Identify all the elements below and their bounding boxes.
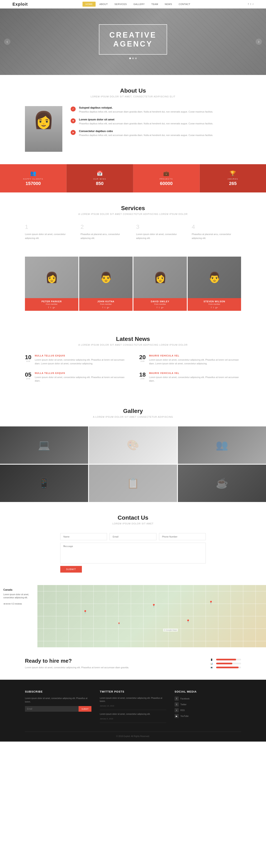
hire-left: Ready to hire me? Lorem ipsum dolor sit …: [25, 658, 129, 670]
about-item-title-3: Consectetur dapibus cobs: [79, 129, 213, 133]
footer-email-input[interactable]: [25, 706, 79, 712]
submit-button[interactable]: SUBMIT: [60, 566, 82, 572]
footer-grid: Subscribe Lorem ipsum dolor sit amet, co…: [25, 690, 241, 725]
footer-subscribe-col: Subscribe Lorem ipsum dolor sit amet, co…: [25, 690, 91, 725]
service-item-1: 1 Lorem ipsum dolor sit amet, consectetu…: [25, 224, 75, 240]
service-item-3: 3 Lorem ipsum dolor sit amet, consectetu…: [136, 224, 185, 240]
gallery-subtitle: A LOREM IPSUM DOLOR SIT AMET CONSECTETUR…: [0, 415, 266, 418]
about-item-1: ✓ Suisped dapibus volutpat. Phasellus da…: [71, 106, 241, 114]
map-sidebar: Canada Lorem ipsum dolor sit amet, conse…: [0, 585, 37, 647]
gallery-item-6[interactable]: ☕: [178, 465, 266, 502]
about-title: About Us: [25, 87, 241, 94]
news-title-4: MAURIS VEHICULA VEL: [149, 372, 241, 374]
phone-input[interactable]: [159, 533, 206, 540]
nav-home[interactable]: Home: [83, 2, 96, 7]
service-text-4: Phasellus at placerat arcu, consectetur …: [192, 232, 241, 240]
team-grid: 👩 PETER PARKER From member f t g+ 👨 JOHN…: [25, 257, 241, 311]
news-text-4: Lorem ipsum dolor sit amet, consectetur …: [149, 376, 241, 383]
nav-about[interactable]: About: [96, 2, 111, 7]
social-facebook-link[interactable]: f Facebook: [175, 696, 241, 701]
nav-news[interactable]: News: [162, 2, 175, 7]
team-fb-2[interactable]: f: [102, 306, 103, 309]
team-gp-3[interactable]: g+: [161, 306, 164, 309]
nav: Home About Services Gallery Team News Co…: [83, 2, 193, 7]
footer-social-title: Social Media: [175, 690, 241, 693]
team-tw-4[interactable]: t: [213, 306, 214, 309]
nav-contact[interactable]: Contact: [176, 2, 193, 7]
map-marker-1: 📍: [83, 610, 87, 614]
nav-team[interactable]: Team: [148, 2, 161, 7]
facebook-label: Facebook: [180, 698, 189, 700]
team-tw-1[interactable]: t: [51, 306, 51, 309]
team-photo-1: 👩: [25, 257, 78, 298]
about-item-3: ➤ Consectetur dapibus cobs Phasellus dap…: [71, 129, 241, 137]
news-content-3: NULLA TELLUS EXQUIS Lorem ipsum dolor si…: [35, 372, 127, 383]
news-day-1: 10: [25, 354, 31, 360]
gallery-item-1[interactable]: 💻: [0, 427, 88, 464]
hero-next-arrow[interactable]: ›: [256, 39, 262, 45]
hire-bar-container-3: [216, 666, 241, 668]
team-fb-4[interactable]: f: [211, 306, 212, 309]
news-month-2: Jan: [139, 360, 146, 362]
team-gp-4[interactable]: g+: [215, 306, 218, 309]
hire-stat-1: 📱: [210, 658, 241, 661]
about-icon-2: ♥: [71, 118, 76, 123]
facebook-icon[interactable]: f: [248, 3, 248, 6]
hire-bar-container-1: [216, 659, 241, 660]
stat-icon-clients: 👥: [4, 170, 62, 176]
footer-subscribe-btn[interactable]: Submit: [79, 706, 91, 712]
hero-dot-1[interactable]: [129, 58, 131, 59]
news-month-1: Jan: [25, 360, 31, 362]
social-youtube-link[interactable]: ▶ YouTube: [175, 714, 241, 718]
social-twitter-link[interactable]: t Twitter: [175, 702, 241, 707]
rss-label: RSS: [180, 709, 185, 711]
nav-services[interactable]: Services: [112, 2, 130, 7]
team-gp-2[interactable]: g+: [107, 306, 109, 309]
name-input[interactable]: [60, 533, 107, 540]
team-photo-3: 👩: [134, 257, 187, 298]
twitter-icon[interactable]: t: [250, 3, 251, 6]
social-rss-link[interactable]: r RSS: [175, 708, 241, 712]
team-card-2: 👨 JOHN KUTNA From member f t g+: [79, 257, 132, 311]
contact-section: Contact Us LOREM IPSUM DOLOR SIT AMET SU…: [0, 502, 266, 585]
gallery-img-3: 👥: [178, 427, 266, 464]
header-social: f t r: [248, 3, 254, 6]
hire-text: Lorem ipsum dolor sit amet, consectetur …: [25, 666, 129, 670]
hero-title: CREATIVE AGENCY: [109, 31, 156, 49]
hire-bar-container-2: [216, 663, 241, 664]
team-social-3: f t g+: [136, 306, 184, 309]
gallery-img-5: 📋: [89, 465, 177, 502]
contact-form: SUBMIT: [60, 533, 206, 572]
message-input[interactable]: [60, 543, 206, 563]
person-silhouette: [25, 106, 62, 152]
gallery-item-3[interactable]: 👥: [178, 427, 266, 464]
rss-icon[interactable]: r: [253, 3, 254, 6]
youtube-icon-footer: ▶: [175, 714, 179, 718]
team-gp-1[interactable]: g+: [53, 306, 55, 309]
about-content: ✓ Suisped dapibus volutpat. Phasellus da…: [25, 106, 241, 152]
gallery-img-1: 💻: [0, 427, 88, 464]
stat-number-wins: 850: [71, 181, 129, 186]
news-month-3: Jan: [25, 378, 31, 380]
map-sidebar-title: Canada: [3, 588, 34, 591]
footer-subscribe-form: Submit: [25, 706, 91, 712]
news-text-2: Lorem ipsum dolor sit amet, consectetur …: [149, 358, 241, 365]
gallery-item-5[interactable]: 📋: [89, 465, 177, 502]
team-tw-2[interactable]: t: [105, 306, 106, 309]
team-fb-1[interactable]: f: [48, 306, 49, 309]
team-fb-3[interactable]: f: [157, 306, 157, 309]
hero-prev-arrow[interactable]: ‹: [4, 39, 10, 45]
footer-subscribe-text: Lorem ipsum dolor sit amet, consectetur …: [25, 696, 91, 704]
hero-dot-2[interactable]: [132, 58, 134, 59]
gallery-item-4[interactable]: 📱: [0, 465, 88, 502]
email-input[interactable]: [110, 533, 156, 540]
news-date-1: 10 Jan: [25, 354, 31, 365]
gallery-item-2[interactable]: 🎨: [89, 427, 177, 464]
team-name-1: PETER PARKER: [28, 300, 76, 303]
nav-gallery[interactable]: Gallery: [130, 2, 148, 7]
news-item-3: 05 Jan NULLA TELLUS EXQUIS Lorem ipsum d…: [25, 372, 127, 383]
hero-dot-3[interactable]: [135, 58, 137, 59]
news-day-4: 18: [139, 372, 146, 378]
team-tw-3[interactable]: t: [159, 306, 159, 309]
team-card-4: 👨 STEVEN WILSON From member f t g+: [188, 257, 241, 311]
